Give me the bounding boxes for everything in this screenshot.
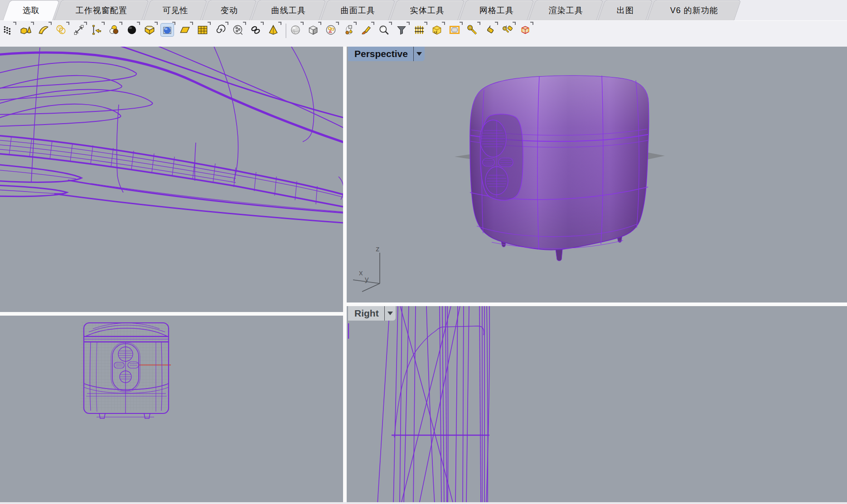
main-toolbar: U bbox=[0, 20, 847, 47]
right-viewport-menu-button[interactable] bbox=[384, 306, 396, 321]
plane-parallelogram-icon[interactable] bbox=[179, 24, 191, 36]
tab-label-transform: 变动 bbox=[221, 5, 238, 16]
tab-label-solid-tools: 实体工具 bbox=[410, 5, 445, 16]
filter-funnel-icon[interactable] bbox=[395, 24, 408, 36]
paintbrush-icon[interactable] bbox=[360, 24, 373, 36]
select-shapes-circle-icon[interactable] bbox=[324, 24, 337, 36]
vertical-viewport-divider[interactable] bbox=[343, 47, 347, 504]
tag-hook-icon[interactable] bbox=[484, 24, 496, 36]
chain-links-icon[interactable] bbox=[249, 24, 262, 36]
box-cone-solids-icon[interactable] bbox=[19, 24, 32, 36]
tab-solid-tools[interactable]: 实体工具 bbox=[390, 0, 465, 20]
tab-label-mesh-tools: 网格工具 bbox=[479, 5, 514, 16]
perspective-viewport-menu-button[interactable] bbox=[413, 47, 425, 61]
gray-wire-cube-icon[interactable] bbox=[307, 24, 319, 36]
key-lock-icon[interactable] bbox=[466, 24, 479, 36]
toolbar-tab-bar: 选取工作视窗配置可见性变动曲线工具曲面工具实体工具网格工具渲染工具出图V6 的新… bbox=[0, 0, 847, 20]
front-wireframe bbox=[0, 316, 343, 504]
point-cloud-sphere-icon[interactable] bbox=[232, 24, 244, 36]
fence-gate-icon[interactable] bbox=[413, 24, 426, 36]
right-viewport-title[interactable]: Right bbox=[348, 306, 384, 321]
hatch-circles-icon[interactable] bbox=[55, 24, 68, 36]
axis-label-y: y bbox=[365, 275, 369, 283]
tab-transform[interactable]: 变动 bbox=[202, 0, 257, 20]
tab-v6-new-features[interactable]: V6 的新功能 bbox=[647, 0, 741, 20]
tab-viewport-layout[interactable]: 工作视窗配置 bbox=[54, 0, 149, 20]
viewport-bottom-left[interactable] bbox=[0, 316, 343, 504]
window-bottom-edge bbox=[0, 502, 847, 504]
shaded-sphere-box-icon[interactable] bbox=[161, 24, 174, 36]
tab-select[interactable]: 选取 bbox=[3, 0, 59, 20]
tab-mesh-tools[interactable]: 网格工具 bbox=[459, 0, 534, 20]
tab-render-tools[interactable]: 渲染工具 bbox=[528, 0, 603, 20]
red-wire-box-icon[interactable] bbox=[519, 24, 532, 36]
tab-surface-tools[interactable]: 曲面工具 bbox=[320, 0, 395, 20]
magnifier-lens-icon[interactable] bbox=[378, 24, 390, 36]
tab-drafting[interactable]: 出图 bbox=[598, 0, 653, 20]
tab-label-viewport-layout: 工作视窗配置 bbox=[76, 5, 127, 16]
viewport-right[interactable]: Right bbox=[347, 306, 847, 504]
tab-label-select: 选取 bbox=[23, 5, 40, 16]
black-sphere-icon[interactable] bbox=[126, 24, 138, 36]
toolbar-group-separator bbox=[286, 24, 286, 38]
perspective-viewport-label[interactable]: Perspective bbox=[348, 47, 425, 61]
perspective-scene: z x y bbox=[347, 47, 847, 302]
rice-cooker-model bbox=[470, 76, 649, 250]
viewport-perspective[interactable]: Perspective bbox=[347, 47, 847, 302]
axis-labels: z x y bbox=[359, 245, 380, 283]
key-with-tag-icon[interactable] bbox=[501, 24, 514, 36]
pyramid-icon[interactable] bbox=[267, 24, 280, 36]
toolbar-icon-row: U bbox=[0, 21, 847, 38]
axis-label-z: z bbox=[376, 245, 380, 253]
left-horizontal-viewport-divider[interactable] bbox=[0, 312, 343, 316]
u-named-box-icon[interactable]: U bbox=[431, 24, 443, 36]
grid-plane-icon[interactable] bbox=[196, 24, 209, 36]
tab-label-drafting: 出图 bbox=[617, 5, 634, 16]
tab-label-curve-tools: 曲线工具 bbox=[271, 5, 306, 16]
perspective-viewport-title[interactable]: Perspective bbox=[348, 47, 413, 61]
cplane-grid bbox=[81, 322, 169, 411]
cooker-control-panel bbox=[480, 114, 523, 200]
open-surface-box-icon[interactable] bbox=[143, 24, 156, 36]
top-left-wireframe bbox=[0, 47, 343, 312]
tab-label-render-tools: 渲染工具 bbox=[549, 5, 583, 16]
tab-label-v6-new-features: V6 的新功能 bbox=[670, 5, 718, 16]
axis-label-x: x bbox=[359, 269, 363, 277]
tab-label-visibility: 可见性 bbox=[162, 5, 188, 16]
select-points-icon[interactable] bbox=[2, 24, 15, 36]
viewport-top-left[interactable] bbox=[0, 47, 343, 312]
surface-sweep-icon[interactable] bbox=[37, 24, 50, 36]
tab-curve-tools[interactable]: 曲线工具 bbox=[251, 0, 326, 20]
selection-filter-objects-icon[interactable] bbox=[342, 24, 355, 36]
right-wireframe bbox=[347, 306, 847, 504]
tab-visibility[interactable]: 可见性 bbox=[143, 0, 207, 20]
scale-handles-icon[interactable] bbox=[90, 24, 103, 36]
move-arrows-icon[interactable] bbox=[73, 24, 85, 36]
frame-cylinder-icon[interactable] bbox=[448, 24, 461, 36]
gray-sphere-icon[interactable] bbox=[289, 24, 302, 36]
spiral-curve-icon[interactable] bbox=[214, 24, 227, 36]
right-viewport-label[interactable]: Right bbox=[348, 306, 396, 321]
svg-text:U: U bbox=[434, 30, 437, 34]
cplane-axis-gizmo bbox=[353, 253, 380, 292]
chevron-down-icon bbox=[387, 312, 393, 315]
right-horizontal-viewport-divider[interactable] bbox=[347, 302, 847, 306]
color-balls-icon[interactable] bbox=[108, 24, 121, 36]
chevron-down-icon bbox=[416, 52, 422, 56]
tab-label-surface-tools: 曲面工具 bbox=[341, 5, 375, 16]
